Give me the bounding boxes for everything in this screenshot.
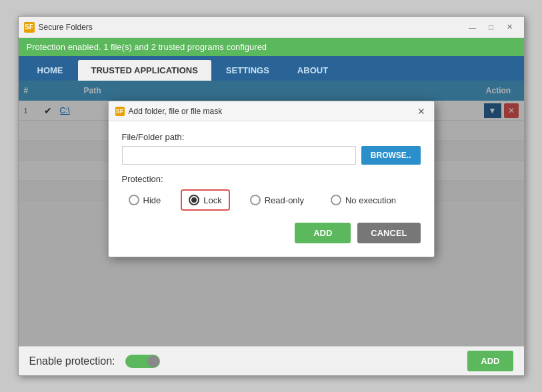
radio-lock[interactable]: Lock [181,189,229,211]
modal-body: File/Folder path: BROWSE.. Protection: H… [109,121,434,257]
window-controls: — □ ✕ [464,21,519,34]
radio-noexec[interactable]: No execution [324,191,403,209]
add-button[interactable]: ADD [295,223,351,243]
path-field-label: File/Folder path: [122,132,421,142]
radio-dot-lock [191,197,197,203]
tab-trusted-applications[interactable]: TRUSTED APPLICATIONS [78,60,211,81]
modal-close-button[interactable]: ✕ [415,105,427,117]
radio-circle-noexec [331,195,341,205]
modal-actions: ADD CANCEL [122,223,421,243]
add-dialog: SF Add folder, file or file mask ✕ File/… [108,101,435,257]
radio-readonly[interactable]: Read-only [243,191,311,209]
tab-settings[interactable]: SETTINGS [213,60,283,81]
tab-home[interactable]: HOME [24,60,77,81]
modal-titlebar: SF Add folder, file or file mask ✕ [109,101,434,121]
radio-label-noexec: No execution [345,195,396,205]
titlebar: SF Secure Folders — □ ✕ [19,17,524,38]
content-area: # Path Action 1 ✔ C:\ ▼ ✕ SF Add fold [19,81,524,346]
radio-circle-readonly [250,195,261,205]
radio-circle-lock [189,195,199,205]
radio-hide[interactable]: Hide [122,191,168,209]
toggle-track[interactable] [125,355,160,368]
path-row: BROWSE.. [122,146,421,165]
modal-title: Add folder, file or file mask [129,107,415,116]
toggle-thumb [147,355,159,367]
enable-protection-label: Enable protection: [29,355,115,367]
close-button[interactable]: ✕ [501,21,519,34]
status-bar: Protection enabled. 1 file(s) and 2 trus… [19,38,524,56]
app-icon: SF [24,22,35,33]
path-input[interactable] [122,146,356,165]
main-add-button[interactable]: ADD [467,351,513,371]
radio-circle-hide [129,195,139,205]
radio-label-hide: Hide [143,195,161,205]
radio-group: Hide Lock [122,189,421,211]
bottom-bar: Enable protection: ADD [19,346,524,375]
protection-label: Protection: [122,174,421,184]
minimize-button[interactable]: — [464,21,481,34]
nav-tabs: HOME TRUSTED APPLICATIONS SETTINGS ABOUT [19,56,524,81]
window-title: Secure Folders [39,23,464,32]
modal-icon: SF [115,107,125,116]
maximize-button[interactable]: □ [483,21,500,34]
tab-about[interactable]: ABOUT [284,60,341,81]
toggle-container[interactable] [125,355,161,368]
browse-button[interactable]: BROWSE.. [361,146,421,165]
cancel-button[interactable]: CANCEL [357,223,420,243]
status-text: Protection enabled. 1 file(s) and 2 trus… [27,42,267,52]
radio-label-lock: Lock [203,195,221,205]
radio-label-readonly: Read-only [265,195,304,205]
protection-section: Protection: Hide [122,174,421,211]
main-window: SF Secure Folders — □ ✕ Protection enabl… [18,16,525,376]
modal-overlay: SF Add folder, file or file mask ✕ File/… [19,81,524,346]
